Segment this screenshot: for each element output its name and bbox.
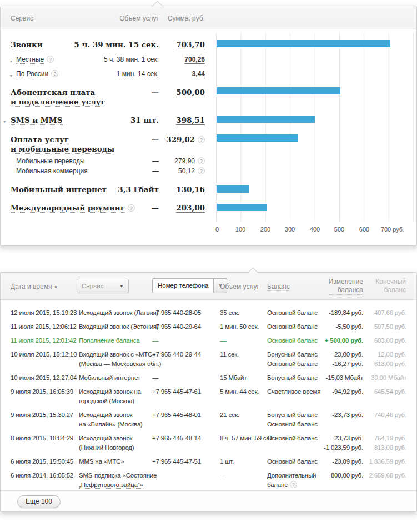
history-row: 10 июля 2015, 15:12:10 Входящий звонок с… <box>1 350 416 369</box>
phone-cell: +7 965 445-47-51 <box>152 457 220 466</box>
service-name-link[interactable]: По России <box>16 70 48 78</box>
final-balance-cell: 30,00 Мбайт <box>363 373 406 383</box>
volume-cell: 35 сек. <box>220 308 267 318</box>
help-icon[interactable]: ? <box>290 481 297 488</box>
balance-cell: Основной баланс <box>267 336 321 345</box>
volume-value: — <box>152 157 159 166</box>
change-cell: -189,84 руб. <box>321 308 363 318</box>
date-cell: 12 июля 2015, 15:19:23 <box>11 308 79 318</box>
service-name-link[interactable]: SMS и MMS <box>11 116 63 125</box>
phone-filter-value[interactable]: Номер телефона <box>152 278 213 293</box>
service-name-link[interactable]: Абонентская плата <box>11 88 95 97</box>
amount-link[interactable]: 700,26 <box>184 56 205 64</box>
date-cell: 6 июля 2014, 16:05:52 <box>11 471 79 490</box>
help-icon[interactable]: ? <box>198 167 205 174</box>
volume-cell: 1 шт. <box>220 457 267 466</box>
amount-link[interactable]: 398,51 <box>176 116 205 125</box>
bar-intl-roaming <box>217 204 267 211</box>
service-name-link[interactable]: Местные <box>16 56 44 64</box>
amount-link[interactable]: 130,16 <box>176 185 205 194</box>
summary-table-header: Сервис Объем услуг Сумма, руб. <box>1 6 416 29</box>
change-cell: -23,00 руб.-16,27 руб. <box>321 350 363 369</box>
chart-x-axis: 0 100 200 300 400 500 600 700 руб. <box>216 226 414 235</box>
change-cell: -15,03 Мбайт <box>321 373 363 383</box>
chevron-down-icon: ▼ <box>119 284 124 289</box>
collapse-icon[interactable]: ▾ <box>3 117 6 127</box>
history-row: 12 июля 2015, 15:19:23 Исходящий звонок … <box>1 308 416 318</box>
collapse-icon[interactable]: ▾ <box>10 71 12 81</box>
service-name-link-line2[interactable]: и подключение услуг <box>11 97 105 107</box>
help-icon[interactable]: ? <box>128 204 135 212</box>
col-volume-label: Объем услуг <box>119 14 159 22</box>
more-button[interactable]: Ещё 100 <box>17 495 61 508</box>
volume-value: — <box>152 88 159 97</box>
volume-value: 5 ч. 39 мин. 15 сек. <box>74 40 159 49</box>
date-sort-button[interactable]: Дата и время▼ <box>11 283 58 290</box>
balance-cell: Бонусный балансОсновной баланс <box>267 350 321 369</box>
balance-cell: Бонусный баланс <box>267 373 321 383</box>
help-icon[interactable]: ? <box>51 70 58 77</box>
final-balance-cell: 645,54 руб. <box>363 387 406 406</box>
service-name-link[interactable]: Международный роуминг <box>11 203 125 213</box>
history-row: 9 июля 2015, 15:30:27 Исходящий звонокна… <box>1 410 416 429</box>
change-cell: -23,73 руб. <box>321 410 363 429</box>
balance-cell: Основной баланс <box>267 322 321 332</box>
service-name-link[interactable]: Звонки <box>11 40 43 49</box>
history-row: 10 июля 2015, 12:27:04 Мобильный интерне… <box>1 373 416 383</box>
amount-link[interactable]: 203,00 <box>176 203 205 213</box>
phone-cell: +7 965 445-47-61 <box>152 387 220 406</box>
phone-cell: — <box>152 471 220 490</box>
change-cell: -800,00 руб. <box>321 471 363 490</box>
phone-cell: +7 965 440-28-05 <box>152 308 220 318</box>
final-balance-cell: 407,66 руб. <box>363 308 406 318</box>
col-final-balance-label: Конечный баланс <box>375 278 406 294</box>
bar-sms-mms <box>217 116 315 123</box>
bar-payments <box>217 134 298 142</box>
final-balance-cell: 1 836,59 руб. <box>363 457 406 466</box>
help-icon[interactable]: ? <box>47 56 54 63</box>
service-cell: Мобильный интернет <box>79 373 152 383</box>
history-row: 9 июля 2015, 16:05:39 Исходящий звонок н… <box>1 387 416 406</box>
history-body: 12 июля 2015, 15:19:23 Исходящий звонок … <box>1 300 416 491</box>
phone-filter-select[interactable]: Номер телефона ▼ <box>152 278 227 293</box>
service-cell: Пополнение баланса <box>79 336 152 345</box>
service-name-link[interactable]: Мобильный интернет <box>11 185 107 194</box>
col-service-label: Сервис <box>11 14 33 22</box>
history-row: 8 июля 2015, 18:04:29 Исходящий звонок(Н… <box>1 434 416 453</box>
amount-link[interactable]: 329,02 <box>166 135 195 144</box>
date-cell: 10 июля 2015, 15:12:10 <box>11 350 79 369</box>
service-cell: Входящий звонок (Эстония) <box>79 322 152 332</box>
x-tick: 100 <box>235 226 245 233</box>
service-name-link-line2[interactable]: и мобильные переводы <box>11 144 114 154</box>
history-row: 11 июля 2015, 12:06:12 Входящий звонок (… <box>1 322 416 332</box>
change-cell: -23,09 руб. <box>321 457 363 466</box>
amount-link[interactable]: 500,00 <box>176 88 205 97</box>
volume-value: — <box>152 203 159 213</box>
x-tick: 700 руб. <box>381 226 404 233</box>
x-tick: 500 <box>334 226 344 233</box>
sort-desc-icon: ▼ <box>53 285 58 290</box>
collapse-icon[interactable]: ▾ <box>10 57 12 66</box>
x-tick: 0 <box>215 226 219 233</box>
final-balance-cell: 12,00 руб.613,00 руб. <box>363 350 406 369</box>
service-filter-button[interactable]: Сервис▼ <box>77 279 129 293</box>
date-cell: 6 июля 2015, 15:50:45 <box>11 457 79 466</box>
help-icon[interactable]: ? <box>198 157 205 164</box>
amount-link[interactable]: 3,44 <box>192 70 205 78</box>
col-change-sort[interactable]: Изменение баланса <box>329 278 363 295</box>
col-balance-sort[interactable]: Баланс <box>267 283 290 290</box>
final-balance-cell: 764,19 руб.813,00 руб. <box>363 434 406 453</box>
volume-value: 1 мин. 14 сек. <box>117 69 159 79</box>
subscription-link[interactable]: SMS-подписка «Состояние <box>79 472 157 479</box>
balance-cell: Дополнительныйбаланс? <box>267 471 321 490</box>
subscription-link-line2[interactable]: „Нефритового зайца“» <box>79 481 143 489</box>
service-name-link[interactable]: Оплата услуг <box>11 135 69 144</box>
x-tick: 600 <box>359 226 369 233</box>
amount-link[interactable]: 703,70 <box>176 40 205 49</box>
change-cell: + 500,00 руб. <box>321 336 363 345</box>
service-name: Мобильная коммерция <box>16 167 88 175</box>
change-cell: -5,50 руб. <box>321 322 363 332</box>
history-panel: Дата и время▼ Сервис▼ Номер телефона ▼ О… <box>0 272 417 512</box>
volume-cell: 8 ч. 57 мин. 59 сек. <box>220 434 267 453</box>
help-icon[interactable]: ? <box>198 136 205 143</box>
